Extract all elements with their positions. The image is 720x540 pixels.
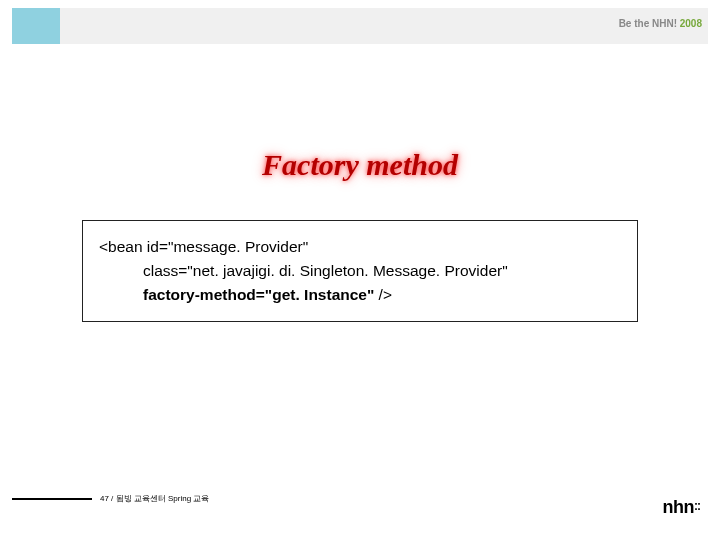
code-line-3-tail: /> [374, 286, 392, 303]
code-line-3-strong: factory-method="get. Instance" [143, 286, 374, 303]
footer-rule [12, 498, 92, 500]
code-box: <bean id="message. Provider" class="net.… [82, 220, 638, 322]
code-line-3: factory-method="get. Instance" /> [99, 283, 621, 307]
header-accent-block [12, 8, 60, 44]
tagline-prefix: Be the NHN! [619, 18, 677, 29]
footer-text: 47 / 됨빙 교육센터 Spring 교육 [100, 493, 209, 504]
header-tagline: Be the NHN! 2008 [619, 18, 702, 29]
nhn-logo: nhn:: [663, 497, 701, 518]
code-line-1: <bean id="message. Provider" [99, 235, 621, 259]
tagline-year: 2008 [680, 18, 702, 29]
nhn-logo-text: nhn [663, 497, 695, 517]
header-bar [12, 8, 708, 44]
nhn-logo-dots: :: [694, 499, 700, 513]
slide-title: Factory method [0, 148, 720, 182]
code-line-2: class="net. javajigi. di. Singleton. Mes… [99, 259, 621, 283]
